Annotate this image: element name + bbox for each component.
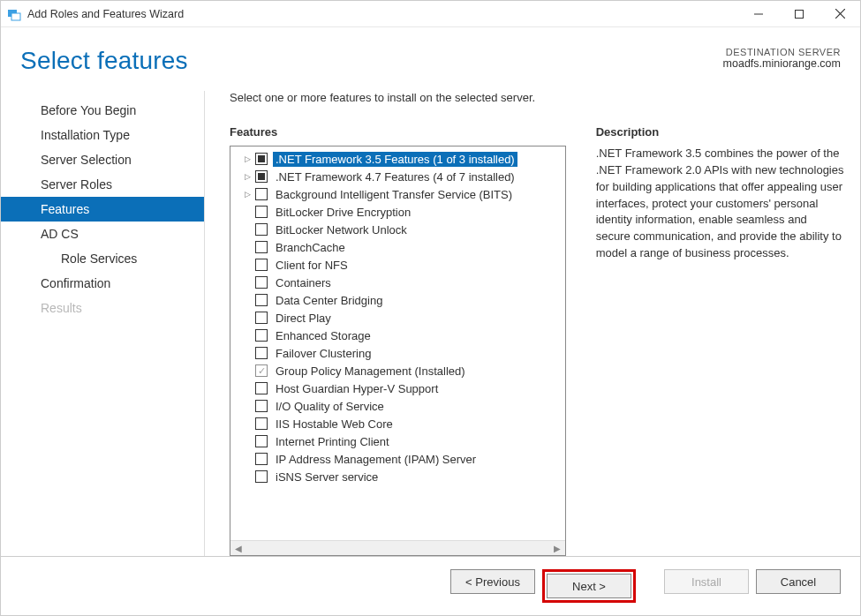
nav-item-ad-cs[interactable]: AD CS [1,222,204,246]
feature-row[interactable]: Containers [234,274,565,291]
app-icon [6,6,22,22]
title-bar: Add Roles and Features Wizard [1,1,860,27]
feature-row[interactable]: Client for NFS [234,256,565,274]
instruction-text: Select one or more features to install o… [230,91,844,104]
nav-item-confirmation[interactable]: Confirmation [1,271,204,296]
feature-row[interactable]: BitLocker Drive Encryption [234,203,565,221]
feature-label[interactable]: iSNS Server service [273,470,381,485]
nav-item-features[interactable]: Features [1,197,204,222]
feature-checkbox[interactable] [255,312,268,324]
feature-row[interactable]: BranchCache [234,238,565,256]
description-text: .NET Framework 3.5 combines the power of… [596,146,844,262]
nav-item-before-you-begin[interactable]: Before You Begin [1,98,204,123]
nav-item-installation-type[interactable]: Installation Type [1,123,204,147]
feature-row[interactable]: ▷.NET Framework 4.7 Features (4 of 7 ins… [234,168,565,185]
feature-label[interactable]: BitLocker Drive Encryption [273,205,413,220]
feature-checkbox[interactable] [255,276,268,289]
feature-row[interactable]: Enhanced Storage [234,327,565,344]
feature-label[interactable]: Internet Printing Client [273,434,392,449]
window-title: Add Roles and Features Wizard [27,8,184,20]
expand-arrow-icon[interactable]: ▷ [241,172,253,181]
feature-label[interactable]: Direct Play [273,311,334,326]
description-heading: Description [596,125,844,139]
feature-row[interactable]: BitLocker Network Unlock [234,221,565,238]
install-button[interactable]: Install [664,569,749,594]
header-row: Select features DESTINATION SERVER moadf… [1,27,860,75]
feature-label[interactable]: IIS Hostable Web Core [273,417,396,432]
feature-row[interactable]: Group Policy Management (Installed) [234,362,565,379]
feature-label[interactable]: .NET Framework 4.7 Features (4 of 7 inst… [273,169,517,184]
svg-rect-1 [11,13,20,20]
feature-row[interactable]: Internet Printing Client [234,432,565,450]
feature-label[interactable]: Data Center Bridging [273,293,385,308]
feature-row[interactable]: I/O Quality of Service [234,397,565,415]
expand-arrow-icon[interactable]: ▷ [241,154,253,163]
feature-checkbox[interactable] [255,170,268,183]
feature-row[interactable]: Direct Play [234,309,565,327]
feature-label[interactable]: Containers [273,275,334,290]
minimize-button[interactable] [738,1,779,27]
scroll-left-icon[interactable]: ◀ [230,544,245,553]
features-listbox[interactable]: ▷.NET Framework 3.5 Features (1 of 3 ins… [230,146,566,556]
nav-item-server-selection[interactable]: Server Selection [1,147,204,172]
feature-label[interactable]: Background Intelligent Transfer Service … [273,187,515,202]
feature-label[interactable]: Enhanced Storage [273,328,374,343]
feature-label[interactable]: Client for NFS [273,258,351,273]
feature-label[interactable]: Group Policy Management (Installed) [273,364,468,379]
feature-checkbox[interactable] [255,153,268,165]
feature-row[interactable]: Data Center Bridging [234,291,565,309]
features-scroll[interactable]: ▷.NET Framework 3.5 Features (1 of 3 ins… [230,146,565,540]
wizard-nav: Before You BeginInstallation TypeServer … [1,91,204,556]
feature-row[interactable]: IP Address Management (IPAM) Server [234,450,565,468]
feature-checkbox[interactable] [255,435,268,447]
feature-row[interactable]: ▷.NET Framework 3.5 Features (1 of 3 ins… [234,150,565,168]
feature-checkbox[interactable] [255,294,268,306]
previous-button[interactable]: < Previous [450,569,535,594]
feature-label[interactable]: IP Address Management (IPAM) Server [273,452,479,467]
feature-checkbox[interactable] [255,347,268,359]
feature-label[interactable]: I/O Quality of Service [273,399,387,414]
feature-row[interactable]: Host Guardian Hyper-V Support [234,379,565,397]
feature-checkbox[interactable] [255,241,268,253]
feature-row[interactable]: ▷Background Intelligent Transfer Service… [234,185,565,203]
next-button-highlight: Next > [542,569,636,603]
expand-arrow-icon[interactable]: ▷ [241,190,253,199]
feature-label[interactable]: Host Guardian Hyper-V Support [273,381,441,396]
feature-row[interactable]: IIS Hostable Web Core [234,415,565,432]
nav-item-role-services[interactable]: Role Services [1,246,204,271]
feature-checkbox[interactable] [255,417,268,430]
feature-checkbox[interactable] [255,223,268,236]
feature-label[interactable]: BitLocker Network Unlock [273,222,410,237]
page-title: Select features [20,47,723,75]
feature-checkbox[interactable] [255,259,268,271]
features-heading: Features [230,125,566,139]
destination-label: DESTINATION SERVER [723,47,841,57]
feature-checkbox[interactable] [255,400,268,412]
feature-checkbox[interactable] [255,453,268,465]
destination-info: DESTINATION SERVER moadfs.miniorange.com [723,47,841,70]
feature-label[interactable]: Failover Clustering [273,346,374,361]
feature-checkbox[interactable] [255,188,268,200]
next-button[interactable]: Next > [547,574,631,598]
feature-checkbox[interactable] [255,382,268,394]
svg-rect-3 [796,10,804,18]
feature-checkbox [255,364,268,377]
horizontal-scrollbar[interactable]: ◀ ▶ [230,540,565,555]
nav-item-server-roles[interactable]: Server Roles [1,172,204,197]
close-button[interactable] [819,1,860,27]
cancel-button[interactable]: Cancel [756,569,841,594]
feature-label[interactable]: .NET Framework 3.5 Features (1 of 3 inst… [273,152,517,167]
feature-checkbox[interactable] [255,206,268,218]
feature-checkbox[interactable] [255,329,268,342]
destination-server: moadfs.miniorange.com [723,57,841,70]
feature-checkbox[interactable] [255,470,268,483]
nav-item-results: Results [1,296,204,320]
maximize-button[interactable] [779,1,819,27]
feature-row[interactable]: Failover Clustering [234,344,565,362]
feature-row[interactable]: iSNS Server service [234,468,565,485]
feature-label[interactable]: BranchCache [273,240,348,255]
footer: < Previous Next > Install Cancel [1,556,860,615]
scroll-right-icon[interactable]: ▶ [550,544,565,553]
